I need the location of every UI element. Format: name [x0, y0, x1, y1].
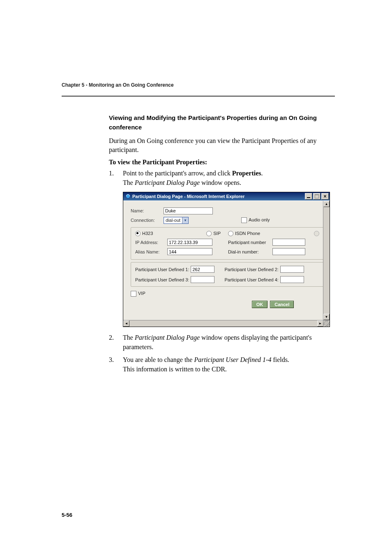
step-list-cont: 2. The Participant Dialog Page window op…: [109, 333, 335, 374]
dialog-name-italic: Participant Dialog Page: [135, 334, 200, 341]
chapter-rule: [62, 96, 335, 97]
step-text: The Participant Dialog Page window opens…: [123, 333, 335, 352]
minimize-button[interactable]: [305, 193, 312, 200]
audio-only-checkbox[interactable]: Audio only: [241, 217, 270, 223]
maximize-button[interactable]: [313, 193, 321, 200]
pud2-label: Participant User Defined 2:: [224, 267, 278, 272]
scroll-left-icon[interactable]: ◄: [123, 320, 129, 327]
protocol-groupbox: H323 SIP IP Address: Alias Name:: [131, 227, 325, 260]
name-input[interactable]: [164, 207, 213, 214]
isdn-label: ISDN Phone: [235, 231, 260, 236]
pud4-input[interactable]: [280, 276, 304, 283]
text: window opens.: [200, 179, 241, 186]
alias-name-input[interactable]: [167, 248, 212, 255]
pud3-input[interactable]: [191, 276, 214, 283]
text: You are able to change the: [123, 356, 194, 363]
step-text: You are able to change the Participant U…: [123, 355, 335, 374]
participant-number-label: Participant number: [228, 240, 269, 245]
vip-row: VIP: [131, 291, 326, 297]
h323-label: H323: [142, 231, 153, 236]
user-defined-groupbox: Participant User Defined 1: Participant …: [131, 262, 325, 287]
radio-icon: [206, 231, 212, 236]
screenshot-window: Participant Dialog Page - Microsoft Inte…: [123, 192, 330, 327]
pud1-label: Participant User Defined 1:: [135, 267, 189, 272]
step-1: 1. Point to the participant's arrow, and…: [109, 168, 335, 187]
isdn-radio[interactable]: ISDN Phone: [228, 231, 260, 237]
horizontal-scrollbar[interactable]: ◄ ►: [123, 320, 323, 327]
section-title: Viewing and Modifying the Participant's …: [109, 113, 335, 132]
audio-only-label: Audio only: [249, 217, 270, 222]
text: .: [261, 170, 263, 177]
dialog-name-italic: Participant Dialog Page: [135, 179, 200, 186]
name-label: Name:: [131, 208, 160, 213]
participant-number-input[interactable]: [272, 239, 305, 246]
step-number: 2.: [109, 333, 123, 352]
pud4-label: Participant User Defined 4:: [224, 277, 278, 282]
name-row: Name:: [131, 207, 326, 214]
connection-select[interactable]: dial-out ▼: [164, 217, 189, 224]
dial-in-number-label: Dial-in number:: [228, 249, 269, 254]
window-title: Participant Dialog Page - Microsoft Inte…: [132, 194, 244, 199]
chevron-down-icon: ▼: [182, 217, 188, 223]
text: The: [123, 179, 135, 186]
text: The: [123, 334, 135, 341]
connection-label: Connection:: [131, 218, 160, 223]
h323-radio[interactable]: H323: [135, 231, 153, 237]
ip-address-label: IP Address:: [135, 240, 164, 245]
vip-label: VIP: [138, 291, 145, 296]
radio-icon: [135, 231, 141, 236]
checkbox-icon: [241, 217, 247, 223]
dial-in-number-input[interactable]: [272, 248, 305, 255]
scroll-right-icon[interactable]: ►: [317, 320, 323, 327]
step-2: 2. The Participant Dialog Page window op…: [109, 333, 335, 352]
radio-icon: [228, 231, 233, 236]
window-titlebar: Participant Dialog Page - Microsoft Inte…: [123, 192, 330, 200]
procedure-heading: To view the Participant Properties:: [109, 159, 335, 166]
fields-italic: Participant User Defined 1-4: [194, 356, 271, 363]
close-button[interactable]: [321, 193, 329, 200]
step-number: 1.: [109, 168, 123, 187]
chapter-header: Chapter 5 - Monitoring an On Going Confe…: [62, 82, 174, 88]
step-number: 3.: [109, 355, 123, 374]
step-3: 3. You are able to change the Participan…: [109, 355, 335, 374]
text: fields: [271, 356, 288, 363]
ip-address-input[interactable]: [167, 239, 212, 246]
button-row: OK Cancel: [131, 301, 366, 308]
pud1-input[interactable]: [191, 266, 214, 273]
period-italic: .: [288, 356, 289, 363]
checkbox-icon: [131, 291, 136, 297]
step-list: 1. Point to the participant's arrow, and…: [109, 168, 335, 187]
extra-radio[interactable]: [314, 231, 321, 237]
cancel-button[interactable]: Cancel: [270, 301, 294, 308]
vertical-scrollbar[interactable]: ▲ ▼: [323, 201, 330, 320]
vip-checkbox[interactable]: VIP: [131, 291, 145, 297]
text: Point to the participant's arrow, and cl…: [123, 170, 232, 177]
page-body: Viewing and Modifying the Participant's …: [109, 113, 335, 377]
intro-paragraph: During an On Going conference you can vi…: [109, 136, 335, 155]
connection-value: dial-out: [164, 218, 182, 223]
sip-radio[interactable]: SIP: [206, 231, 221, 237]
resize-grip-icon[interactable]: [323, 320, 330, 327]
pud2-input[interactable]: [280, 266, 304, 273]
page-number: 5-56: [62, 512, 72, 518]
ok-button[interactable]: OK: [252, 301, 268, 308]
radio-icon: [314, 231, 319, 236]
scroll-up-icon[interactable]: ▲: [323, 201, 330, 207]
window-client-area: Name: Connection: dial-out ▼ Audio only: [123, 200, 330, 327]
pud3-label: Participant User Defined 3:: [135, 277, 189, 282]
alias-name-label: Alias Name:: [135, 249, 164, 254]
properties-bold: Properties: [232, 170, 261, 177]
scroll-down-icon[interactable]: ▼: [323, 314, 330, 320]
connection-row: Connection: dial-out ▼ Audio only: [131, 217, 326, 224]
step-text: Point to the participant's arrow, and cl…: [123, 168, 335, 187]
sip-label: SIP: [213, 231, 221, 236]
ie-icon: [125, 193, 131, 199]
text: This information is written to the CDR.: [123, 366, 227, 373]
